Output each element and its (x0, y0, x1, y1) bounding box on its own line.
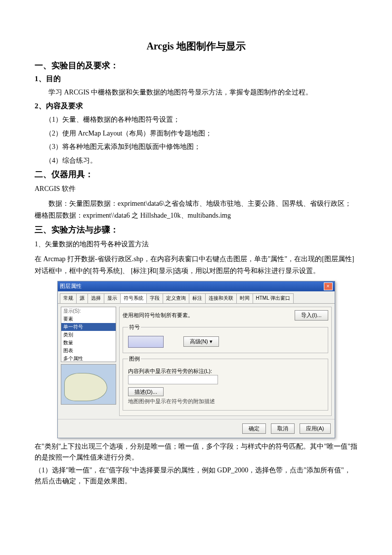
list-item[interactable]: 多个属性 (61, 355, 116, 363)
section2-heading: 二、仪器用具： (35, 169, 357, 180)
tab-source[interactable]: 源 (76, 293, 88, 303)
section3-p1: 1、矢量数据的地图符号各种设置方法 (35, 238, 357, 250)
tab-selection[interactable]: 选择 (87, 293, 104, 303)
tab-labels[interactable]: 标注 (189, 293, 206, 303)
after-p2: （1）选择"唯一值"，在"值字段"中选择要显示的属性，例如 GDP_2000，选… (35, 465, 357, 487)
symbol-fieldset: 符号 高级(N) ▾ (123, 324, 328, 353)
tab-display[interactable]: 显示 (104, 293, 121, 303)
section1-items: （1）矢量、栅格数据的各种地图符号设置； （2）使用 ArcMap Layout… (35, 114, 357, 167)
list-item[interactable]: 数量 (61, 339, 116, 347)
section1-sub2: 2、内容及要求 (35, 101, 357, 111)
tab-time[interactable]: 时间 (236, 293, 253, 303)
description-button[interactable]: 描述(D)... (128, 387, 164, 396)
tab-html[interactable]: HTML 弹出窗口 (253, 293, 294, 303)
section1-heading: 一、实验目的及要求： (35, 60, 357, 71)
item: （2）使用 ArcMap Layout（布局）界面制作专题地图； (35, 128, 357, 139)
description-text: 地图图例中显示在符号旁的附加描述 (128, 398, 323, 405)
tab-joins[interactable]: 连接和关联 (205, 293, 237, 303)
apply-button[interactable]: 应用(A) (300, 423, 331, 434)
section1-p1: 学习 ARCGIS 中栅格数据和矢量数据的地图符号显示方法，掌握专题图制作的全过… (35, 87, 357, 98)
item: （3）将各种地图元素添加到地图版面中修饰地图； (35, 141, 357, 153)
close-icon[interactable]: × (324, 282, 333, 290)
dialog-title-text: 图层属性 (60, 282, 82, 290)
ok-button[interactable]: 确定 (242, 423, 266, 434)
show-listbox[interactable]: 显示(S): 要素 单一符号 类别 数量 图表 多个属性 (61, 307, 116, 362)
symbol-swatch[interactable] (128, 336, 164, 348)
symbol-legend: 符号 (128, 324, 141, 331)
legend-label-input[interactable] (128, 375, 218, 384)
after-p1: 在"类别"上下拉出现三个选项，分别是唯一值；唯一值，多个字段；与样式中的符号匹配… (35, 441, 357, 463)
tab-fields[interactable]: 字段 (146, 293, 163, 303)
layer-properties-dialog: 图层属性 × 常规 源 选择 显示 符号系统 字段 定义查询 标注 连接和关联 … (57, 281, 335, 438)
section2-p2: 数据：矢量图层数据：expriment\data6\之省会城市、地级市驻地、主要… (35, 198, 357, 222)
section3-heading: 三、实验方法与步骤： (35, 224, 357, 235)
legend-label-text: 内容列表中显示在符号旁的标注(L): (128, 368, 323, 375)
legend-legend: 图例 (128, 355, 141, 363)
item: （1）矢量、栅格数据的各种地图符号设置； (35, 114, 357, 126)
list-item[interactable]: 类别 (61, 331, 116, 339)
right-panel-title: 使用相同符号绘制所有要素。 (123, 312, 193, 319)
listbox-header: 显示(S): (61, 307, 116, 315)
doc-title: Arcgis 地图制作与显示 (35, 40, 357, 53)
tab-symbology[interactable]: 符号系统 (120, 293, 147, 303)
list-item-selected[interactable]: 单一符号 (61, 323, 116, 331)
list-item[interactable]: 要素 (61, 315, 116, 323)
map-preview (61, 364, 116, 405)
dialog-tabs: 常规 源 选择 显示 符号系统 字段 定义查询 标注 连接和关联 时间 HTML… (58, 291, 335, 304)
dialog-titlebar[interactable]: 图层属性 × (58, 281, 335, 291)
legend-fieldset: 图例 内容列表中显示在符号旁的标注(L): 描述(D)... 地图图例中显示在符… (123, 355, 328, 411)
section1-sub1: 1、目的 (35, 74, 357, 84)
import-button[interactable]: 导入(I)... (295, 310, 328, 321)
advanced-button[interactable]: 高级(N) ▾ (183, 336, 219, 347)
item: （4）综合练习。 (35, 155, 357, 167)
list-item[interactable]: 图表 (61, 347, 116, 355)
section2-p1: ARCGIS 软件 (35, 183, 357, 195)
tab-defquery[interactable]: 定义查询 (163, 293, 189, 303)
tab-general[interactable]: 常规 (60, 293, 77, 303)
section3-p2: 在 Arcmap 打开数据-省级行政区.shp，在内容列表窗口中右键点击图层，单… (35, 253, 357, 277)
cancel-button[interactable]: 取消 (271, 423, 295, 434)
